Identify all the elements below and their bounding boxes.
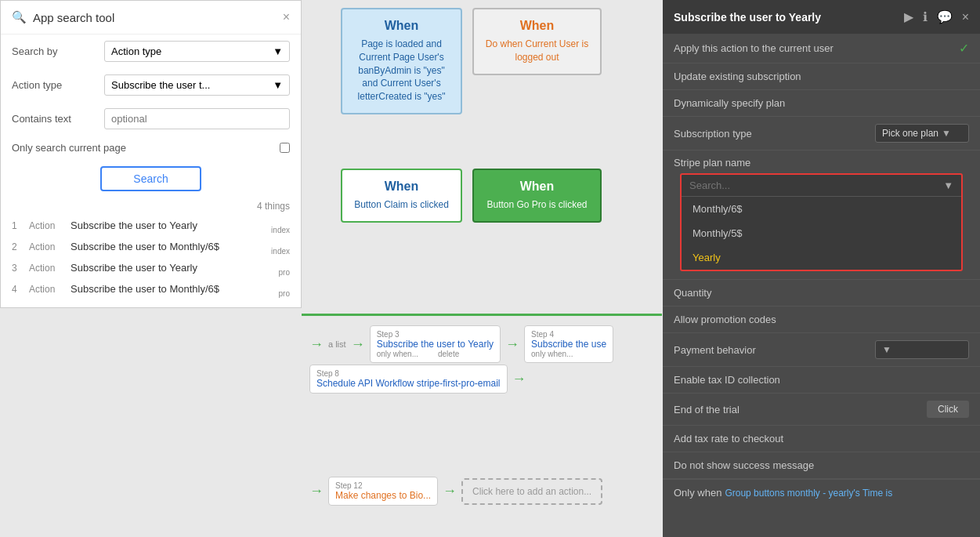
result-name-2: Subscribe the user to Monthly/6$ — [71, 241, 290, 252]
canvas-area: When Page is loaded and Current Page Use… — [302, 0, 662, 537]
chat-icon[interactable]: 💬 — [937, 9, 953, 24]
search-icon: 🔍 — [12, 10, 27, 24]
stripe-option-yearly[interactable]: Yearly — [682, 245, 961, 270]
step-12-card[interactable]: Step 12 Make changes to Bio... — [328, 477, 438, 506]
step-8-name: Schedule API Workflow stripe-first-pro-e… — [316, 378, 501, 389]
when-body-4: Button Go Pro is clicked — [482, 198, 592, 212]
play-icon[interactable]: ▶ — [904, 9, 913, 24]
step-8-card[interactable]: Step 8 Schedule API Workflow stripe-firs… — [309, 365, 508, 394]
allow-promotion-label: Allow promotion codes — [674, 314, 969, 325]
result-item-2[interactable]: 2 Action Subscribe the user to Monthly/6… — [1, 236, 301, 257]
right-panel-title: Subscribe the user to Yearly — [674, 11, 895, 24]
search-button[interactable]: Search — [100, 166, 201, 191]
add-tax-label: Add tax rate to checkout — [674, 433, 969, 444]
step-3-name: Subscribe the user to Yearly — [377, 339, 494, 350]
search-by-label: Search by — [12, 45, 98, 57]
results-list: 1 Action Subscribe the user to Yearly in… — [1, 215, 301, 299]
bottom-row: → Step 12 Make changes to Bio... → Click… — [309, 477, 602, 506]
step-3-sub: only when... delete — [377, 350, 494, 358]
result-num-4: 4 — [12, 284, 23, 295]
subscription-type-value: Pick one plan — [882, 128, 938, 139]
when-body-1: Page is loaded and Current Page User's b… — [350, 38, 453, 103]
result-item-4[interactable]: 4 Action Subscribe the user to Monthly/6… — [1, 278, 301, 299]
when-card-page-loaded[interactable]: When Page is loaded and Current Page Use… — [341, 8, 462, 114]
result-name-1: Subscribe the user to Yearly — [71, 220, 290, 231]
panel-title: App search tool — [33, 11, 277, 24]
end-trial-label: End of the trial — [674, 404, 920, 415]
only-current-page-checkbox[interactable] — [280, 143, 290, 153]
step-8-row: Step 8 Schedule API Workflow stripe-firs… — [309, 365, 526, 394]
steps-row-1: → a list → Step 3 Subscribe the user to … — [309, 325, 613, 363]
no-success-row: Do not show success message — [663, 452, 980, 479]
info-icon[interactable]: ℹ — [923, 9, 928, 24]
payment-behavior-arrow: ▼ — [882, 344, 891, 355]
when-card-logged-out[interactable]: When Do when Current User is logged out — [472, 8, 602, 75]
result-name-4: Subscribe the user to Monthly/6$ — [71, 283, 290, 295]
only-when-row: Only when Group buttons monthly - yearly… — [663, 479, 980, 506]
step-4-sub: only when... — [531, 350, 606, 358]
arrow-icon-2: → — [351, 336, 365, 353]
search-by-arrow: ▼ — [273, 45, 283, 57]
result-num-3: 3 — [12, 263, 23, 274]
payment-behavior-select[interactable]: ▼ — [875, 340, 969, 359]
dynamically-specify-label: Dynamically specify plan — [674, 97, 969, 109]
search-header: 🔍 App search tool × — [1, 1, 301, 34]
result-num-1: 1 — [12, 220, 23, 231]
subscription-type-select[interactable]: Pick one plan ▼ — [875, 124, 969, 143]
result-type-3: Action — [29, 263, 64, 274]
quantity-row: Quantity — [663, 280, 980, 307]
result-num-2: 2 — [12, 241, 23, 252]
no-success-label: Do not show success message — [674, 459, 969, 471]
stripe-option-monthly-6[interactable]: Monthly/6$ — [682, 197, 961, 221]
stripe-plan-dropdown-arrow: ▼ — [943, 180, 953, 191]
when-body-3: Button Claim is clicked — [350, 198, 453, 212]
payment-behavior-label: Payment behavior — [674, 344, 869, 356]
when-body-2: Do when Current User is logged out — [482, 38, 592, 64]
step-8-num: Step 8 — [316, 369, 501, 378]
only-current-page-label: Only search current page — [12, 142, 126, 154]
arrow-icon-6: → — [443, 483, 457, 499]
stripe-plan-search-row: ▼ — [682, 175, 961, 197]
allow-promotion-row: Allow promotion codes — [663, 307, 980, 333]
step-4-card[interactable]: Step 4 Subscribe the use only when... — [524, 325, 613, 363]
search-by-select[interactable]: Action type ▼ — [104, 41, 290, 62]
right-panel-header: Subscribe the user to Yearly ▶ ℹ 💬 × — [663, 0, 980, 34]
result-name-3: Subscribe the user to Yearly — [71, 262, 290, 274]
close-button[interactable]: × — [283, 10, 290, 24]
action-type-select[interactable]: Subscribe the user t... ▼ — [104, 74, 290, 96]
subscription-type-row: Subscription type Pick one plan ▼ — [663, 117, 980, 151]
arrow-icon-1: → — [309, 336, 324, 353]
only-when-label: Only when — [674, 487, 721, 499]
action-type-label: Action type — [12, 79, 98, 91]
apply-action-check[interactable]: ✓ — [959, 41, 969, 56]
search-button-row: Search — [1, 160, 301, 198]
only-when-link[interactable]: Group buttons monthly - yearly's Time is — [725, 488, 892, 499]
enable-tax-row: Enable tax ID collection — [663, 367, 980, 394]
add-action-box[interactable]: Click here to add an action... — [461, 478, 602, 505]
result-tag-1: index — [271, 226, 290, 234]
right-panel: Subscribe the user to Yearly ▶ ℹ 💬 × App… — [663, 0, 980, 537]
stripe-plan-label: Stripe plan name — [674, 157, 969, 169]
subscription-type-arrow: ▼ — [942, 128, 951, 139]
apply-action-row: Apply this action to the current user ✓ — [663, 34, 980, 63]
add-tax-row: Add tax rate to checkout — [663, 426, 980, 452]
step-3-card[interactable]: Step 3 Subscribe the user to Yearly only… — [370, 325, 501, 363]
contains-text-input[interactable] — [104, 108, 290, 129]
stripe-plan-search-input[interactable] — [689, 180, 938, 191]
step-12-name: Make changes to Bio... — [335, 490, 431, 501]
end-trial-row: End of the trial Click — [663, 394, 980, 426]
stripe-option-monthly-5[interactable]: Monthly/5$ — [682, 221, 961, 245]
enable-tax-label: Enable tax ID collection — [674, 374, 969, 386]
dynamically-specify-row: Dynamically specify plan — [663, 90, 980, 117]
result-item-1[interactable]: 1 Action Subscribe the user to Yearly in… — [1, 215, 301, 236]
when-card-claim[interactable]: When Button Claim is clicked — [341, 169, 462, 223]
when-card-go-pro[interactable]: When Button Go Pro is clicked — [472, 169, 602, 223]
search-by-value: Action type — [111, 45, 161, 57]
subscription-type-label: Subscription type — [674, 128, 869, 140]
results-count: 4 things — [1, 198, 301, 215]
end-trial-button[interactable]: Click — [927, 401, 969, 418]
close-icon[interactable]: × — [962, 10, 969, 24]
result-item-3[interactable]: 3 Action Subscribe the user to Yearly pr… — [1, 257, 301, 278]
result-type-4: Action — [29, 284, 64, 295]
contains-text-label: Contains text — [12, 113, 98, 125]
